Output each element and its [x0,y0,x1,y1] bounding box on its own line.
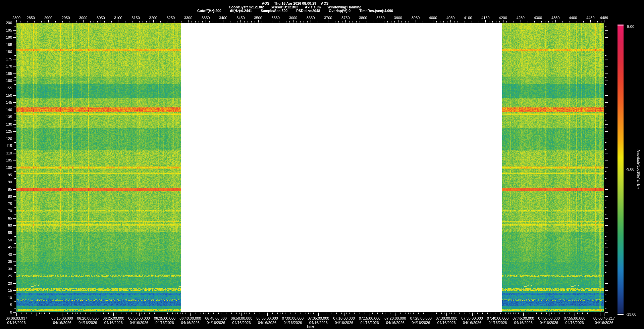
record-tick-label: 4450 [586,16,594,20]
record-tick-label: 3950 [412,16,420,20]
record-tick-label: 4100 [464,16,472,20]
frequency-tick-label: 135 [6,115,12,119]
time-tick-label: 07:30:00.000 [436,316,457,320]
frequency-tick-label: 65 [8,216,12,220]
time-tick-label: 07:20:00.000 [384,316,406,320]
frequency-tick-label: 110 [6,151,12,155]
time-tick-label: 06:50:00.000 [231,316,252,320]
time-tick-label: 06:55:00.000 [256,316,278,320]
frequency-tick-label: 150 [6,93,12,97]
time-tick-label: 07:35:00.000 [461,316,483,320]
missing-data-region [181,23,502,312]
frequency-tick-label: 195 [6,28,12,32]
time-tick-label: 07:55:00.000 [564,316,585,320]
record-tick-label: 3800 [359,16,367,20]
record-tick-label: 3400 [219,16,227,20]
frequency-tick-label: 100 [6,166,12,170]
record-tick-label: 3000 [79,16,87,20]
time-tick-label: 06:25:00.000 [103,316,124,320]
record-tick-label: 3100 [114,16,122,20]
time-tick-label: 07:45:00.000 [513,316,534,320]
colorbar-max-label: -5.00 [626,25,634,29]
time-tick-label: 07:05:00.000 [308,316,329,320]
frequency-tick-label: 45 [8,245,12,249]
time-tick-label: 07:00:00.000 [282,316,304,320]
time-tick-label: 06:20:00.000 [77,316,99,320]
date-tick-label: 04/16/2026 [104,321,123,325]
record-tick-label: 4350 [551,16,559,20]
colorbar-top-cap [618,25,624,26]
frequency-tick-label: 60 [8,223,12,227]
colorbar-title: Amplitude(Log10(g^2/Hz)) [637,149,640,188]
frequency-tick-label: 0 [10,310,12,314]
colorbar-bottom-tick [618,314,624,315]
date-tick-label: 04/16/2026 [130,321,148,325]
frequency-tick-label: 120 [6,137,12,141]
date-tick-label: 04/16/2026 [540,321,558,325]
frequency-tick-label: 145 [6,100,12,104]
record-tick-label: 2900 [44,16,52,20]
date-tick-label: 04/16/2026 [258,321,276,325]
param-4: Overlap(%):0 [329,9,351,13]
frequency-tick-label: 10 [8,296,12,300]
date-tick-label: 04/16/2026 [232,321,251,325]
frequency-tick-label: 75 [8,202,12,206]
record-tick-label: 3650 [307,16,315,20]
frequency-tick-label: 5 [10,303,12,307]
record-tick-label: 3250 [167,16,175,20]
param-3: PSD size:2048 [296,9,320,13]
record-tick-label: 3600 [289,16,297,20]
frequency-tick-label: 170 [6,64,12,68]
frequency-tick-label: 20 [8,281,12,285]
date-tick-label: 04/16/2026 [463,321,481,325]
frequency-tick-label: 175 [6,57,12,61]
frequency-tick-label: 25 [8,274,12,278]
time-tick-label: 07:50:00.000 [538,316,560,320]
frequency-tick-label: 105 [6,158,12,162]
time-tick-label: 07:25:00.000 [410,316,432,320]
frequency-tick-label: 85 [8,187,12,191]
frequency-tick-label: 35 [8,260,12,264]
record-tick-label: 4400 [569,16,577,20]
date-tick-label: 04/16/2026 [155,321,174,325]
colorbar-min-label: -13.00 [626,312,636,316]
frequency-tick-label: 80 [8,194,12,198]
frequency-tick-label: 40 [8,252,12,256]
frequency-tick-label: 30 [8,267,12,271]
record-tick-label: 3200 [149,16,157,20]
date-tick-label: 04/16/2026 [78,321,97,325]
date-tick-label: 04/16/2026 [412,321,430,325]
record-tick-label: 4250 [517,16,525,20]
date-tick-label: 04/16/2026 [595,321,613,325]
time-tick-label: 06:45:00.000 [205,316,227,320]
date-tick-label: 04/16/2026 [335,321,353,325]
record-tick-label: 2850 [27,16,35,20]
time-tick-label: 07:15:00.000 [359,316,380,320]
record-tick-label: 3550 [272,16,280,20]
record-tick-label: 2809 [12,16,20,20]
time-tick-label: 07:40:00.000 [487,316,508,320]
record-tick-label: 3450 [236,16,245,20]
time-tick-label: 06:06:03.937 [6,316,27,320]
frequency-tick-label: 140 [6,108,12,112]
time-tick-label: 06:40:00.000 [179,316,201,320]
record-tick-label: 4000 [429,16,437,20]
date-tick-label: 04/16/2026 [488,321,507,325]
frequency-tick-label: 125 [6,129,12,133]
record-tick-label: 3900 [394,16,402,20]
date-tick-label: 04/16/2026 [53,321,71,325]
record-tick-label: 4300 [534,16,542,20]
param-0: Cutoff(Hz):200 [197,9,221,13]
date-tick-label: 04/16/2026 [361,321,379,325]
aos-spectrogram-window: AOS Thu 16 Apr 2026 08:00:29 AOS CoordSy… [0,0,644,329]
date-tick-label: 04/16/2026 [181,321,200,325]
record-tick-label: 4150 [481,16,489,20]
record-tick-label: 2950 [62,16,70,20]
frequency-tick-label: 200 [6,21,12,25]
record-tick-label: 3300 [184,16,192,20]
record-tick-label: 3700 [324,16,332,20]
frequency-tick-label: 95 [8,173,12,177]
date-tick-label: 04/16/2026 [283,321,302,325]
frequency-tick-label: 15 [8,288,12,292]
frequency-tick-label: 55 [8,231,12,235]
